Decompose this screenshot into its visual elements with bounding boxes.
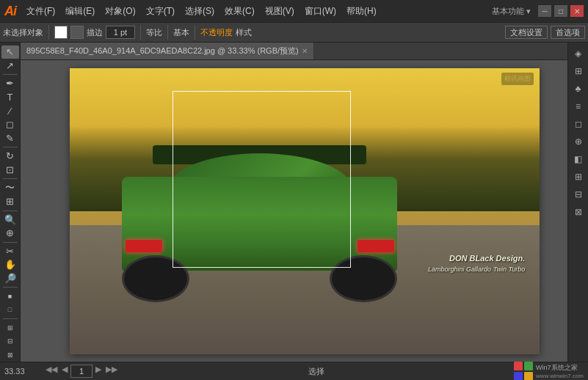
page-input[interactable] (70, 365, 92, 378)
menu-file[interactable]: 文件(F) (22, 4, 59, 19)
paintbrush-tool[interactable]: ✎ (1, 132, 19, 145)
style2-label: 样式 (236, 27, 252, 38)
svg-rect-0 (514, 362, 523, 370)
menu-window[interactable]: 窗口(W) (300, 4, 341, 19)
style-label: 基本 (173, 27, 189, 38)
opt-divider-4 (195, 25, 195, 40)
opt-divider-3 (167, 25, 168, 40)
options-bar: 未选择对象 描边 等比 基本 不透明度 样式 文档设置 首选项 (0, 22, 588, 43)
win7-text: Win7系统之家 www.winwin7.com (536, 363, 584, 379)
wheel-left (122, 255, 189, 302)
preferences-button[interactable]: 首选项 (551, 26, 585, 39)
draw-behind-mode[interactable]: ⊟ (1, 335, 19, 348)
menu-select[interactable]: 选择(S) (181, 4, 219, 19)
document-canvas: 精讯画图 DON BLack Design. Lamborghini Galla… (70, 68, 540, 354)
stroke-color-swatch[interactable]: □ (1, 304, 19, 317)
menu-effect[interactable]: 效果(C) (220, 4, 259, 19)
svg-rect-3 (524, 372, 533, 380)
menu-bar: 文件(F) 编辑(E) 对象(O) 文字(T) 选择(S) 效果(C) 视图(V… (22, 4, 487, 19)
panel-swatch-icon[interactable]: ⊞ (570, 63, 587, 79)
tool-divider-1 (3, 74, 18, 75)
nav-arrows: ◀◀ ◀ ▶ ▶▶ (44, 365, 119, 378)
document-tab[interactable]: 895C58E8_F40D_46A0_914A_6DC9AEDA8C22.jpg… (21, 43, 314, 59)
menu-type[interactable]: 文字(T) (142, 4, 179, 19)
rear-light-left (126, 240, 162, 252)
stroke-width-input[interactable] (106, 26, 135, 39)
maximize-button[interactable]: □ (554, 5, 567, 17)
canvas-area[interactable]: 895C58E8_F40D_46A0_914A_6DC9AEDA8C22.jpg… (21, 43, 588, 362)
zoom-level: 33.33 (4, 367, 41, 376)
hand-tool[interactable]: ✋ (1, 258, 19, 271)
eyedropper-tool[interactable]: 🔍 (1, 213, 19, 226)
app-logo: Ai (4, 4, 16, 19)
status-bar: 33.33 ◀◀ ◀ ▶ ▶▶ 选择 Win7系统之家 www.winwin7.… (0, 362, 588, 380)
left-toolbar: ↖ ↗ ✒ T ∕ ◻ ✎ ↻ ⊡ 〜 ⊞ 🔍 ⊕ ✂ ✋ 🔎 ■ □ ⊞ ⊟ … (0, 43, 21, 362)
free-transform-tool[interactable]: ⊞ (1, 195, 19, 208)
win7-url-text: www.winwin7.com (536, 373, 584, 379)
tool-divider-4 (3, 211, 18, 211)
menu-help[interactable]: 帮助(H) (342, 4, 381, 19)
wheel-right (330, 255, 397, 302)
scale-tool[interactable]: ⊡ (1, 164, 19, 177)
svg-rect-2 (514, 372, 523, 380)
panel-stroke-icon[interactable]: ≡ (570, 98, 587, 114)
menu-object[interactable]: 对象(O) (101, 4, 139, 19)
panel-pathfinder-icon[interactable]: ⊟ (570, 186, 587, 202)
win7-badge: Win7系统之家 www.winwin7.com (514, 362, 584, 380)
workspace-label[interactable]: 基本功能 ▾ (487, 6, 535, 17)
tool-divider-2 (3, 147, 18, 147)
opt-divider-1 (48, 25, 49, 40)
shape-tool[interactable]: ◻ (1, 118, 19, 131)
panel-transform-icon[interactable]: ⊞ (570, 169, 587, 185)
stroke-color-box[interactable] (70, 26, 84, 39)
panel-brush-icon[interactable]: ♣ (570, 81, 587, 97)
panel-opacity-icon[interactable]: ⊕ (570, 134, 587, 150)
opt-divider-2 (140, 25, 141, 40)
tool-divider-7 (3, 318, 18, 319)
direct-selection-tool[interactable]: ↗ (1, 59, 19, 73)
draw-normal-mode[interactable]: ⊞ (1, 321, 19, 335)
panel-layers-icon[interactable]: ⊠ (570, 204, 587, 220)
title-right: 基本功能 ▾ ─ □ ✕ (487, 5, 584, 17)
tool-divider-6 (3, 287, 18, 288)
rotate-tool[interactable]: ↻ (1, 150, 19, 163)
rear-light-right (357, 240, 394, 252)
panel-align-icon[interactable]: ◧ (570, 151, 587, 167)
menu-view[interactable]: 视图(V) (261, 4, 299, 19)
subtitle-text: Lamborghini Gallardo Twin Turbo (428, 266, 525, 273)
last-page-button[interactable]: ▶▶ (104, 365, 119, 378)
no-selection-label: 未选择对象 (3, 27, 43, 38)
screen-mode[interactable]: ⊠ (1, 348, 19, 362)
status-select-label: 选择 (122, 366, 511, 377)
canvas-viewport[interactable]: 精讯画图 DON BLack Design. Lamborghini Galla… (21, 60, 588, 362)
panel-gradient-icon[interactable]: ◻ (570, 116, 587, 132)
warp-tool[interactable]: 〜 (1, 181, 19, 194)
tab-filename: 895C58E8_F40D_46A0_914A_6DC9AEDA8C22.jpg… (26, 45, 299, 56)
line-tool[interactable]: ∕ (1, 104, 19, 117)
fill-box[interactable] (54, 26, 68, 39)
scale-label: 等比 (146, 27, 162, 38)
prev-page-button[interactable]: ◀ (60, 365, 69, 378)
main-layout: ↖ ↗ ✒ T ∕ ◻ ✎ ↻ ⊡ 〜 ⊞ 🔍 ⊕ ✂ ✋ 🔎 ■ □ ⊞ ⊟ … (0, 43, 588, 362)
panel-color-icon[interactable]: ◈ (570, 45, 587, 62)
first-page-button[interactable]: ◀◀ (44, 365, 59, 378)
opacity-label: 不透明度 (200, 27, 233, 38)
minimize-button[interactable]: ─ (538, 5, 551, 17)
brand-text: DON BLack Design. (428, 253, 525, 264)
next-page-button[interactable]: ▶ (94, 365, 103, 378)
win7-site-text: Win7系统之家 (536, 363, 584, 373)
zoom-tool[interactable]: 🔎 (1, 272, 19, 285)
pen-tool[interactable]: ✒ (1, 77, 19, 90)
blend-tool[interactable]: ⊕ (1, 227, 19, 240)
scissors-tool[interactable]: ✂ (1, 244, 19, 257)
selection-tool[interactable]: ↖ (1, 45, 19, 59)
stroke-label: 描边 (87, 27, 103, 38)
title-bar: Ai 文件(F) 编辑(E) 对象(O) 文字(T) 选择(S) 效果(C) 视… (0, 0, 588, 22)
type-tool[interactable]: T (1, 91, 19, 104)
svg-rect-1 (524, 362, 533, 370)
doc-settings-button[interactable]: 文档设置 (505, 26, 548, 39)
close-button[interactable]: ✕ (570, 5, 584, 17)
menu-edit[interactable]: 编辑(E) (61, 4, 99, 19)
fill-color-swatch[interactable]: ■ (1, 290, 19, 303)
tab-close-button[interactable]: ✕ (302, 47, 308, 55)
